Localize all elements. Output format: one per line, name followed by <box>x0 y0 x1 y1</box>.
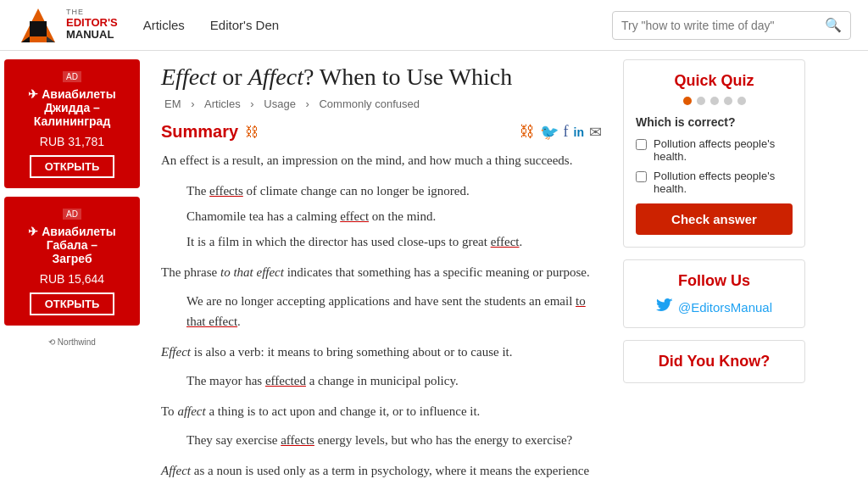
email-share-icon[interactable]: ✉ <box>589 123 602 142</box>
header: THE EDITOR'S MANUAL Articles Editor's De… <box>0 0 868 51</box>
article-title: Effect or Affect? When to Use Which <box>161 64 602 91</box>
ad2-price: RUB 15,644 <box>14 272 130 286</box>
section-header: Summary ⛓ ⛓ 🐦 f in ✉ <box>161 122 602 142</box>
northwind-logo: ⟲ Northwind <box>48 337 96 347</box>
ad1-title: ✈ Авиабилеты Джидда – Калининград <box>14 87 130 128</box>
nav-articles[interactable]: Articles <box>143 18 185 32</box>
breadcrumb-commonly-confused[interactable]: Commonly confused <box>319 97 420 110</box>
para3-italic: affect <box>177 404 205 418</box>
quiz-option-1-label: Pollution affects people's health. <box>654 137 793 163</box>
ad2-label: AD <box>63 209 81 220</box>
example-3: It is a film in which the director has u… <box>186 231 602 252</box>
logo-icon <box>17 4 59 47</box>
breadcrumb-sep3: › <box>306 97 309 110</box>
quiz-option-2: Pollution effects people's health. <box>636 170 793 195</box>
summary-link-icon[interactable]: ⛓ <box>245 125 259 140</box>
logo-manual: MANUAL <box>66 29 118 41</box>
example2-underline: effect <box>340 209 369 223</box>
example-5: The mayor has effected a change in munic… <box>186 370 602 391</box>
content-area: Effect or Affect? When to Use Which EM ›… <box>144 51 619 479</box>
ad2-title: ✈ Авиабилеты Габала – Загреб <box>14 225 130 265</box>
quiz-title: Quick Quiz <box>636 72 793 90</box>
quiz-checkbox-2[interactable] <box>636 171 647 182</box>
follow-box: Follow Us @EditorsManual <box>623 259 805 328</box>
quiz-dot-5[interactable] <box>737 97 746 105</box>
para-2: Effect is also a verb: it means to bring… <box>161 342 602 362</box>
quiz-dot-2[interactable] <box>697 97 705 105</box>
example1-underline: effects <box>209 184 243 198</box>
twitter-follow-link[interactable]: @EditorsManual <box>636 298 793 315</box>
breadcrumb-usage[interactable]: Usage <box>264 97 296 110</box>
quiz-option-2-label: Pollution effects people's health. <box>654 170 793 195</box>
search-button[interactable]: 🔍 <box>816 17 850 33</box>
quiz-option-1: Pollution affects people's health. <box>636 137 793 163</box>
twitter-share-icon[interactable]: 🐦 <box>540 123 559 142</box>
example-2: Chamomile tea has a calming effect on th… <box>186 206 602 226</box>
ad1-open-btn[interactable]: ОТКРЫТЬ <box>30 155 115 178</box>
breadcrumb: EM › Articles › Usage › Commonly confuse… <box>161 97 602 110</box>
quiz-box: Quick Quiz Which is correct? Pollution a… <box>623 59 805 248</box>
summary-intro: An effect is a result, an impression on … <box>161 150 602 170</box>
summary-heading: Summary <box>161 122 238 142</box>
quiz-dot-1[interactable] <box>683 97 692 105</box>
search-area: 🔍 <box>612 11 851 40</box>
copy-link-icon[interactable]: ⛓ <box>520 123 535 141</box>
left-sidebar: AD ✈ Авиабилеты Джидда – Калининград RUB… <box>0 51 144 479</box>
para2-italic: Effect <box>161 345 191 359</box>
did-you-know-title: Did You Know? <box>636 353 793 370</box>
quiz-dots <box>636 97 793 105</box>
example-4: We are no longer accepting applications … <box>186 291 602 331</box>
ad2-open-btn[interactable]: ОТКРЫТЬ <box>30 292 115 315</box>
twitter-handle: @EditorsManual <box>678 300 772 315</box>
quiz-question: Which is correct? <box>636 115 793 129</box>
ad1-label: AD <box>63 71 81 82</box>
para4-italic: Affect <box>161 464 191 477</box>
ad2-plane-icon: ✈ <box>28 225 38 238</box>
quiz-dot-4[interactable] <box>724 97 732 105</box>
para-4: Affect as a noun is used only as a term … <box>161 460 602 479</box>
did-you-know-box: Did You Know? <box>623 340 805 383</box>
title-suffix: ? When to Use Which <box>303 64 512 90</box>
ad1-plane-icon: ✈ <box>28 87 38 101</box>
nav-editors-den[interactable]: Editor's Den <box>210 18 279 32</box>
check-answer-button[interactable]: Check answer <box>636 203 793 235</box>
breadcrumb-em[interactable]: EM <box>164 97 181 110</box>
example-6: They say exercise affects energy levels,… <box>186 430 602 450</box>
follow-title: Follow Us <box>636 272 793 290</box>
example5-underline: effected <box>265 374 306 387</box>
para-3: To affect a thing is to act upon and cha… <box>161 401 602 421</box>
logo-editors: EDITOR'S <box>66 17 118 29</box>
example-1: The effects of climate change can no lon… <box>186 181 602 201</box>
ad-block-1: AD ✈ Авиабилеты Джидда – Калининград RUB… <box>4 59 140 188</box>
linkedin-share-icon[interactable]: in <box>574 125 584 139</box>
title-effect: Effect <box>161 64 216 90</box>
breadcrumb-sep2: › <box>250 97 253 110</box>
ad-block-2: AD ✈ Авиабилеты Габала – Загреб RUB 15,6… <box>4 197 140 326</box>
quiz-checkbox-1[interactable] <box>636 139 647 150</box>
logo[interactable]: THE EDITOR'S MANUAL <box>17 4 118 47</box>
search-input[interactable] <box>613 19 816 32</box>
svg-rect-1 <box>30 21 47 36</box>
social-icons: ⛓ 🐦 f in ✉ <box>520 123 602 142</box>
breadcrumb-sep1: › <box>191 97 194 110</box>
para1-italic: to that effect <box>220 265 284 279</box>
quiz-dot-3[interactable] <box>710 97 719 105</box>
twitter-icon <box>656 298 673 315</box>
right-sidebar: Quick Quiz Which is correct? Pollution a… <box>619 51 814 479</box>
example3-underline: effect <box>491 235 520 248</box>
example6-underline: affects <box>281 433 314 447</box>
breadcrumb-articles[interactable]: Articles <box>204 97 241 110</box>
para-1: The phrase to that effect indicates that… <box>161 262 602 282</box>
ad1-price: RUB 31,781 <box>14 135 130 148</box>
ad-footer: ⟲ Northwind <box>4 334 140 348</box>
title-affect: Affect <box>248 64 303 90</box>
facebook-share-icon[interactable]: f <box>564 123 569 141</box>
main-nav: Articles Editor's Den <box>143 18 279 32</box>
main-container: AD ✈ Авиабилеты Джидда – Калининград RUB… <box>0 51 868 479</box>
